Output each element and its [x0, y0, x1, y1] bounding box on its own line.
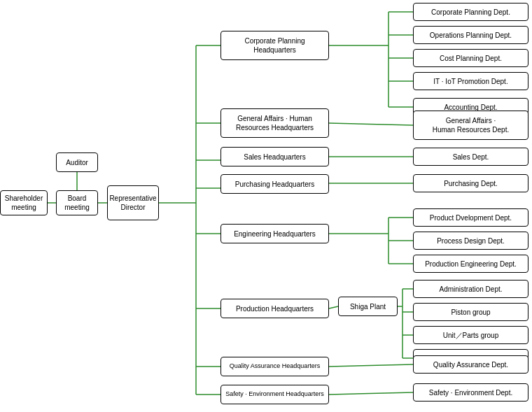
gen-affairs-hq-node: General Affairs · HumanResources Headqua…	[220, 108, 329, 138]
purchasing-dept-node: Purchasing Dept.	[413, 174, 528, 192]
gen-affairs-dept-node: General Affairs ·Human Resources Dept.	[413, 111, 528, 140]
svg-line-36	[329, 392, 413, 395]
safety-hq-node: Safety · Environment Headquarters	[220, 385, 329, 404]
production-hq-node: Production Headquarters	[220, 299, 329, 318]
engineering-hq-node: Engineering Headquarters	[220, 224, 329, 243]
unit-parts-group-node: Unit／Parts group	[413, 326, 528, 344]
auditor-node: Auditor	[56, 152, 98, 172]
cost-planning-dept-node: Cost Planning Dept.	[413, 49, 528, 67]
shareholder-meeting-node: Shareholdermeeting	[0, 190, 48, 215]
corp-planning-hq-node: Corporate PlanningHeadquarters	[220, 31, 329, 60]
corp-planning-dept-node: Corporate Planning Dept.	[413, 3, 528, 21]
ops-planning-dept-node: Operations Planning Dept.	[413, 26, 528, 44]
svg-line-35	[329, 364, 413, 367]
product-dev-dept-node: Product Dvelopment Dept.	[413, 208, 528, 227]
purchasing-hq-node: Purchasing Headquarters	[220, 174, 329, 194]
representative-director-node: RepresentativeDirector	[107, 185, 159, 220]
quality-dept-node: Quality Assurance Dept.	[413, 355, 528, 374]
svg-line-20	[329, 123, 413, 125]
quality-hq-node: Quality Assurance Headquarters	[220, 357, 329, 376]
svg-line-28	[329, 306, 338, 308]
prod-eng-dept-node: Production Engineering Dept.	[413, 255, 528, 273]
safety-dept-node: Safety · Environment Dept.	[413, 383, 528, 402]
piston-group-node: Piston group	[413, 303, 528, 321]
sales-hq-node: Sales Headquarters	[220, 147, 329, 166]
iot-dept-node: IT · IoT Promotion Dept.	[413, 72, 528, 90]
board-meeting-node: Boardmeeting	[56, 190, 98, 215]
org-chart: Shareholdermeeting Boardmeeting Represen…	[0, 0, 532, 412]
shiga-plant-node: Shiga Plant	[338, 297, 398, 316]
admin-dept-node: Administration Dept.	[413, 280, 528, 298]
process-design-dept-node: Process Design Dept.	[413, 232, 528, 250]
sales-dept-node: Sales Dept.	[413, 148, 528, 166]
